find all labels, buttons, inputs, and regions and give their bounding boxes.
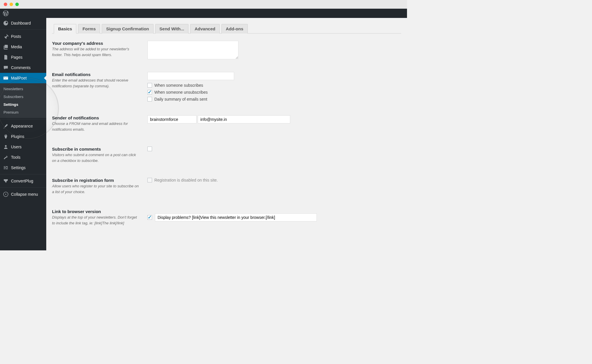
sidebar-item-pages[interactable]: Pages [0,52,46,62]
sidebar-label: Media [11,45,22,49]
company-address-desc: The address will be added to your newsle… [52,46,139,58]
convertplug-icon [3,178,9,184]
checkbox-browser-link[interactable] [147,215,152,220]
checkbox-subscribe-label: When someone subscribes [154,83,203,88]
checkbox-unsubscribe-label: When someone unsubscribes [154,90,208,95]
sidebar-item-plugins[interactable]: Plugins [0,131,46,142]
admin-bar [0,9,407,18]
company-address-label: Your company's address [52,41,147,46]
plug-icon [3,134,9,139]
mail-icon [3,75,9,81]
pages-icon [3,54,9,60]
main-content: Basics Forms Signup Confirmation Send Wi… [46,18,407,250]
sidebar-item-dashboard[interactable]: Dashboard [0,18,46,28]
user-icon [3,144,9,150]
sidebar-item-comments[interactable]: Comments [0,62,46,73]
sidebar-label: Users [11,145,22,149]
tab-signup-confirmation[interactable]: Signup Confirmation [102,24,153,34]
sidebar-item-posts[interactable]: Posts [0,31,46,42]
checkbox-subscribe-registration [147,178,152,182]
sidebar-item-appearance[interactable]: Appearance [0,121,46,131]
submenu-subscribers[interactable]: Subscribers [0,93,46,101]
minimize-window-icon[interactable] [10,3,13,6]
wordpress-logo-icon[interactable] [3,10,9,16]
browser-link-label: Link to browser version [52,209,147,214]
brush-icon [3,123,9,129]
sidebar-label: Plugins [11,134,24,139]
sliders-icon [3,165,9,171]
checkbox-subscribe[interactable] [147,83,152,88]
maximize-window-icon[interactable] [15,3,19,6]
sidebar-item-tools[interactable]: Tools [0,152,46,162]
browser-link-input[interactable] [155,213,317,221]
sender-name-input[interactable] [147,115,197,123]
sidebar-label: Appearance [11,124,33,128]
checkbox-subscribe-comments[interactable] [147,147,152,151]
sender-label: Sender of notifications [52,115,147,120]
subscribe-registration-desc: Allow users who register to your site to… [52,183,139,195]
checkbox-daily[interactable] [147,97,152,101]
sidebar-label: Comments [11,65,31,70]
tab-basics[interactable]: Basics [54,24,76,34]
sender-email-input[interactable] [198,115,290,123]
wrench-icon [3,154,9,160]
sidebar-item-settings[interactable]: Settings [0,162,46,173]
subscribe-registration-label: Subscribe in registration form [52,178,147,183]
submenu-newsletters[interactable]: Newsletters [0,85,46,93]
sidebar-collapse[interactable]: Collapse menu [0,189,46,199]
submenu-settings[interactable]: Settings [0,101,46,108]
checkbox-daily-label: Daily summary of emails sent [154,97,207,101]
sidebar-label: Tools [11,155,21,160]
subscribe-comments-label: Subscribe in comments [52,147,147,151]
close-window-icon[interactable] [4,3,7,6]
collapse-icon [3,191,9,197]
tab-addons[interactable]: Add-ons [221,24,248,34]
sidebar-item-media[interactable]: Media [0,42,46,52]
registration-disabled-text: Registration is disabled on this site. [154,178,218,182]
checkbox-unsubscribe[interactable] [147,90,152,95]
tab-forms[interactable]: Forms [78,24,100,34]
sender-desc: Choose a FROM name and email address for… [52,121,139,132]
sidebar-item-users[interactable]: Users [0,142,46,152]
dashboard-icon [3,20,9,26]
sidebar-label: Collapse menu [11,192,38,197]
email-notifications-label: Email notifications [52,72,147,77]
admin-sidebar: Dashboard Posts Media Pages Comments Mai… [0,18,46,250]
settings-tabs: Basics Forms Signup Confirmation Send Wi… [52,24,401,34]
sidebar-item-mailpoet[interactable]: MailPoet [0,73,46,83]
sidebar-item-convertplug[interactable]: ConvertPlug [0,176,46,186]
pin-icon [3,34,9,39]
sidebar-label: MailPoet [11,76,27,80]
sidebar-label: Pages [11,55,23,60]
window-titlebar [0,0,407,9]
email-notifications-input[interactable] [147,72,234,80]
sidebar-label: Posts [11,34,21,39]
submenu-premium[interactable]: Premium [0,108,46,116]
tab-advanced[interactable]: Advanced [190,24,220,34]
company-address-input[interactable] [147,41,238,59]
email-notifications-desc: Enter the email addresses that should re… [52,77,139,89]
subscribe-comments-desc: Visitors who submit a comment on a post … [52,152,139,163]
sidebar-label: Settings [11,165,26,170]
browser-link-desc: Displays at the top of your newsletters.… [52,215,139,226]
media-icon [3,44,9,50]
sidebar-label: Dashboard [11,21,31,25]
tab-send-with[interactable]: Send With... [155,24,189,34]
comments-icon [3,65,9,71]
sidebar-label: ConvertPlug [11,179,33,183]
mailpoet-submenu: Newsletters Subscribers Settings Premium [0,83,46,118]
